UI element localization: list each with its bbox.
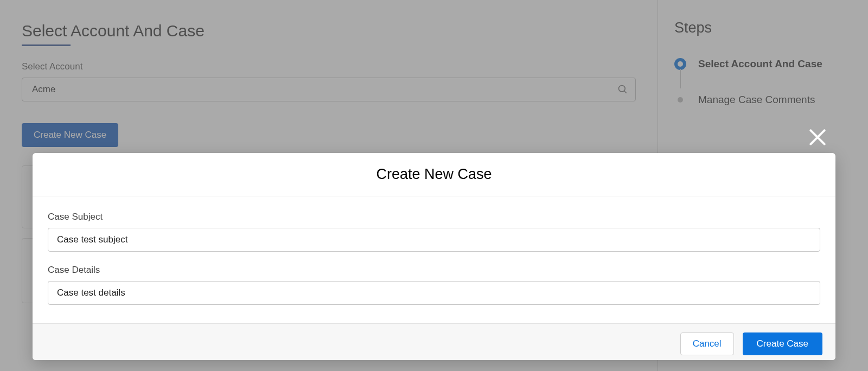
cancel-button[interactable]: Cancel [680, 332, 734, 355]
case-details-input[interactable] [48, 281, 820, 305]
modal-title: Create New Case [33, 153, 835, 196]
create-case-modal: Create New Case Case Subject Case Detail… [33, 153, 835, 360]
create-case-button[interactable]: Create Case [743, 332, 822, 355]
modal-footer: Cancel Create Case [33, 323, 835, 360]
case-subject-input[interactable] [48, 228, 820, 252]
close-icon[interactable] [807, 127, 828, 148]
case-subject-label: Case Subject [48, 212, 820, 222]
case-details-label: Case Details [48, 265, 820, 276]
